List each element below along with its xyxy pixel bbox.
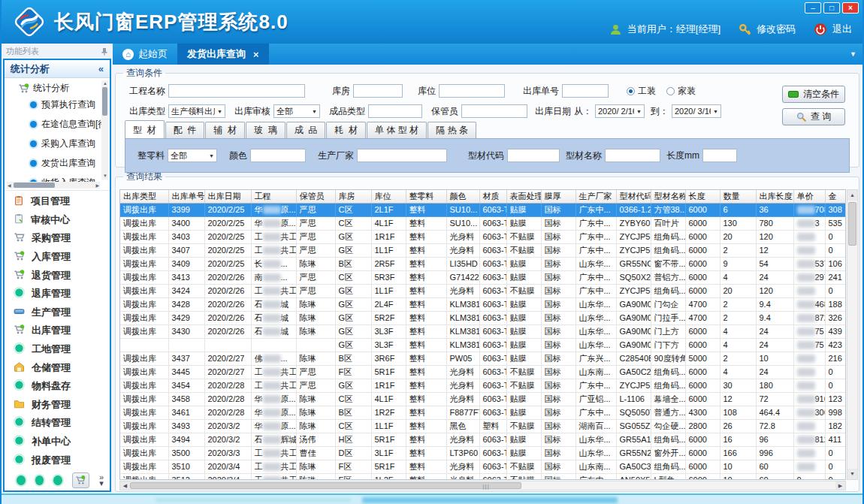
warehouse-input[interactable] [353,84,403,98]
column-header[interactable]: 型材代码 [616,190,651,203]
column-header[interactable]: 长度 [685,190,720,203]
sidebar-item-仓储管理[interactable]: 仓储管理 [5,361,110,375]
table-row[interactable]: 调拨出库34242020/2/26工共工程严思G区1L1F整料光身料6063-T… [120,284,846,297]
whole-part-select[interactable]: 全部▼ [168,149,217,162]
sidebar-item-入库管理[interactable]: 入库管理 [5,250,110,264]
sidebar-item-采购管理[interactable]: 采购管理 [5,231,110,245]
table-row[interactable]: 调拨出库35102020/3/4工共工程陈琳F区5R1F整料光身料6063-T5… [120,460,846,473]
table-row[interactable]: G区3L3F整料KLM38176063-T5贴膜国标山东华...GA90M09.… [120,338,846,352]
table-row[interactable]: 调拨出库34542020/2/28工共工程严思G区1R1F整料光身料6063-T… [120,379,846,392]
grid-vertical-scrollbar[interactable]: ▲ ▼ [847,189,858,480]
close-button[interactable]: × [842,2,859,14]
table-row[interactable]: 调拨出库34002020/2/25华原...严思C区4L1F整料SU10...6… [120,216,846,230]
cart-quick-button[interactable] [72,472,89,488]
sidebar-item-退货管理[interactable]: 退货管理 [5,269,110,282]
table-row[interactable]: 调拨出库34302020/2/26石城陈琳G区3L3F整料KLM38176063… [120,324,846,338]
sidebar-item-出库管理[interactable]: 出库管理 [5,324,110,337]
column-header[interactable]: 金 [825,190,846,203]
column-header[interactable]: 出库类型 [120,190,168,203]
column-header[interactable]: 库位 [371,190,406,203]
clear-conditions-button[interactable]: 清空条件 [782,86,845,103]
location-input[interactable] [439,84,505,98]
table-row[interactable]: 调拨出库33992020/2/25华原...严思C区2L1F整料SU10...6… [120,203,846,216]
overflow-chevron-icon[interactable]: »▾ [99,474,104,486]
tree-root[interactable]: 统计分析 [11,82,99,95]
material-tab-耗材[interactable]: 耗 材 [326,122,366,138]
column-header[interactable]: 材质 [479,190,506,203]
radio-gongzhuang[interactable]: 工装 [627,85,656,98]
scroll-right-icon[interactable]: ▶ [835,481,845,490]
material-tab-单体型材[interactable]: 单 体 型 材 [367,122,427,138]
sidebar-item-补单中心[interactable]: 补单中心 [5,435,110,448]
sidebar-item-审核中心[interactable]: 审核中心 [5,213,110,227]
table-row[interactable]: 调拨出库34132020/2/26南...严思C区5R3F整料G71422606… [120,270,846,284]
quick-item-icon[interactable] [53,475,62,485]
hscroll-thumb[interactable] [130,482,521,489]
out-audit-select[interactable]: 全部▼ [273,104,320,118]
column-header[interactable]: 膜厚 [541,190,575,203]
tab-shipping-out-query[interactable]: 发货出库查询 × [177,44,269,65]
column-header[interactable]: 出库长度 [756,190,793,203]
manufacturer-input[interactable] [357,149,447,162]
tree-item-发货出库查询[interactable]: 发货出库查询 [11,153,99,173]
table-row[interactable]: 调拨出库34292020/2/26石城陈琳G区5R2F整料KLM38176063… [120,311,846,324]
sidebar-item-物料盘存[interactable]: 物料盘存 [5,379,110,393]
search-button[interactable]: 查 询 [782,108,845,125]
column-header[interactable]: 工程 [251,190,296,203]
column-header[interactable]: 颜色 [446,190,479,203]
tree-item-采购入库查询[interactable]: 采购入库查询 [11,134,99,153]
collapse-chevron-icon[interactable]: « [98,63,104,74]
tree-horizontal-scrollbar[interactable]: ◀▶ [7,182,100,189]
keeper-input[interactable] [461,104,527,118]
profile-name-input[interactable] [605,149,660,162]
material-tab-配件[interactable]: 配 件 [165,122,205,138]
material-tab-型材[interactable]: 型 材 [125,120,165,138]
tree-vertical-scrollbar[interactable]: ▲▼ [101,80,108,180]
column-header[interactable]: 数量 [720,190,756,203]
column-header[interactable]: 出库日期 [204,190,251,203]
date-from-picker[interactable]: 2020/ 2/16▼ [595,104,645,118]
material-tab-玻璃[interactable]: 玻 璃 [246,122,285,138]
column-header[interactable]: 生产厂家 [575,190,616,203]
column-header[interactable]: 保管员 [296,190,335,203]
sidebar-item-退库管理[interactable]: 退库管理 [5,287,110,300]
table-row[interactable]: 调拨出库34942020/3/2石辉城汤伟H区5R1F整料光身料6063-T5贴… [120,433,846,446]
column-header[interactable]: 表面处理 [506,190,541,203]
column-header[interactable]: 单价 [793,190,825,203]
logout-link[interactable]: 退出 [832,23,852,36]
column-header[interactable]: 整零料 [406,190,446,203]
column-header[interactable]: 型材名称 [651,190,685,203]
column-header[interactable]: 库房 [335,190,371,203]
quick-item-icon[interactable] [35,475,44,485]
material-tab-隔热条[interactable]: 隔 热 条 [427,122,476,138]
sidebar-item-生产管理[interactable]: 生产管理 [5,306,110,319]
out-type-select[interactable]: 生产领料出库▼ [168,104,225,118]
table-row[interactable]: 调拨出库34452020/2/27工共工程严思F区5R1F整料光身料6063-T… [120,365,846,379]
sidebar-item-报废管理[interactable]: 报废管理 [5,454,110,467]
sidebar-item-项目管理[interactable]: 项目管理 [5,195,110,208]
table-row[interactable]: 调拨出库35122020/3/4工共工程陈琳F区1L2F整料光身料6063-T5… [120,473,846,480]
product-type-input[interactable] [368,104,422,118]
tab-list-chevron-icon[interactable]: ▼ [850,50,856,58]
sidebar-item-结转管理[interactable]: 结转管理 [5,416,110,430]
radio-jiazhuang[interactable]: 家装 [666,85,696,98]
grid-horizontal-scrollbar[interactable]: ◀ ||| ▶ [119,481,846,490]
vscroll-thumb[interactable] [848,202,856,246]
table-row[interactable]: 调拨出库34072020/2/25工共工程严思G区1L1F整料光身料6063-T… [120,243,846,257]
table-row[interactable]: 调拨出库34032020/2/25工共工程严思G区1R1F整料光身料6063-T… [120,230,846,243]
length-mm-input[interactable] [702,149,737,162]
column-header[interactable]: 出库单号 [168,190,204,203]
material-tab-成品[interactable]: 成 品 [286,122,326,138]
sidebar-item-工地管理[interactable]: 工地管理 [5,343,110,356]
tree-item-在途信息查询[待[interactable]: 在途信息查询[待 [11,114,99,134]
tab-home[interactable]: ⌂ 起始页 [113,44,177,65]
sidebar-item-财务管理[interactable]: 财务管理 [5,398,110,412]
maximize-button[interactable]: □ [823,2,840,14]
table-row[interactable]: 调拨出库34932020/3/2华原...陈琳C区1L1F整料黑色塑料不贴膜国标… [120,419,846,433]
scroll-up-icon[interactable]: ▲ [847,190,857,201]
pin-icon[interactable] [101,47,108,56]
table-row[interactable]: 调拨出库34092020/2/25长...陈琳B区2R5F整料LI35HD606… [120,257,846,270]
quick-item-icon[interactable] [17,475,26,485]
scroll-down-icon[interactable]: ▼ [847,469,857,479]
change-password-link[interactable]: 修改密码 [757,23,796,36]
